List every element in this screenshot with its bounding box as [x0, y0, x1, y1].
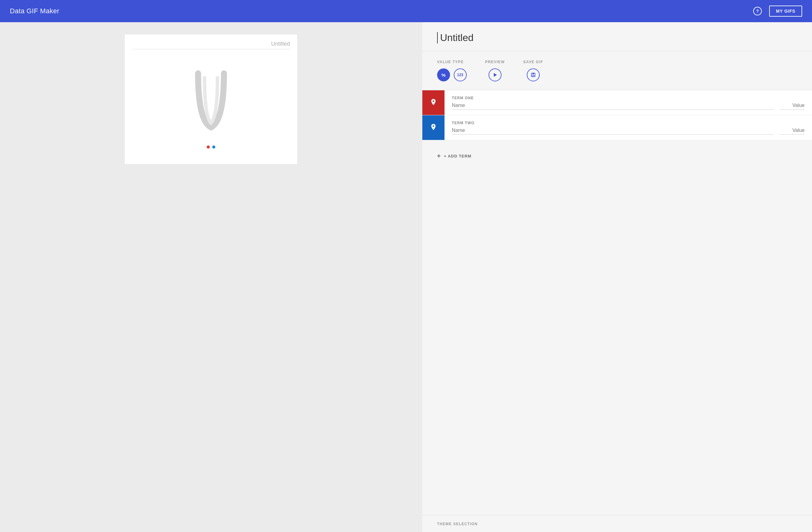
save-icon [531, 72, 536, 78]
term-two-name-input[interactable] [452, 128, 774, 135]
header-actions: ? MY GIFS [753, 5, 802, 17]
preview-group: PREVIEW [485, 60, 505, 81]
term-row: TERM ONE [422, 90, 812, 115]
theme-selection-label: THEME SELECTION [437, 522, 478, 526]
controls-section: VALUE TYPE % 123 PREVIEW SAVE GIF [422, 51, 812, 90]
preview-card: Untitled [125, 34, 297, 164]
term-one-color-block [422, 90, 445, 115]
chart-svg [168, 60, 254, 147]
play-icon [493, 72, 497, 78]
value-type-group: VALUE TYPE % 123 [437, 60, 467, 81]
terms-section: TERM ONE TERM TWO [422, 90, 812, 146]
save-gif-button[interactable] [527, 68, 540, 81]
app-title: Data GIF Maker [10, 7, 59, 15]
preview-label: PREVIEW [485, 60, 505, 64]
dot-term-two [212, 145, 215, 149]
term-one-label: TERM ONE [452, 96, 804, 100]
term-two-color-block [422, 115, 445, 140]
preview-button[interactable] [489, 68, 502, 81]
term-one-content: TERM ONE [445, 90, 812, 115]
term-row: TERM TWO [422, 115, 812, 140]
add-term-label: + ADD TERM [444, 154, 471, 158]
term-two-fields [452, 128, 804, 135]
term-two-label: TERM TWO [452, 121, 804, 125]
add-term-button[interactable]: + + ADD TERM [422, 146, 487, 166]
help-button[interactable]: ? [753, 7, 762, 15]
add-term-plus-icon: + [437, 153, 441, 160]
theme-section: THEME SELECTION [422, 515, 812, 532]
dot-term-one [207, 145, 210, 149]
term-one-icon [430, 98, 437, 107]
gif-title-input[interactable] [437, 32, 797, 43]
main-content: Untitled VA [0, 22, 812, 532]
percent-type-button[interactable]: % [437, 68, 450, 81]
term-one-fields [452, 103, 804, 110]
svg-marker-0 [494, 73, 497, 77]
term-one-name-input[interactable] [452, 103, 774, 110]
save-gif-label: SAVE GIF [523, 60, 543, 64]
svg-rect-2 [532, 73, 534, 74]
title-section [422, 22, 812, 51]
type-buttons: % 123 [437, 68, 467, 81]
preview-card-title: Untitled [132, 41, 290, 49]
term-two-icon [430, 123, 437, 132]
editor-panel: VALUE TYPE % 123 PREVIEW SAVE GIF [422, 22, 812, 532]
term-one-value-input[interactable] [780, 103, 804, 110]
term-two-value-input[interactable] [780, 128, 804, 135]
value-type-label: VALUE TYPE [437, 60, 467, 64]
number-type-button[interactable]: 123 [454, 68, 467, 81]
preview-panel: Untitled [0, 22, 422, 532]
svg-rect-3 [532, 75, 535, 76]
chart-area [132, 55, 290, 152]
app-header: Data GIF Maker ? MY GIFS [0, 0, 812, 22]
my-gifs-button[interactable]: MY GIFS [769, 5, 802, 17]
legend-dots [207, 145, 215, 149]
save-group: SAVE GIF [523, 60, 543, 81]
term-two-content: TERM TWO [445, 115, 812, 140]
